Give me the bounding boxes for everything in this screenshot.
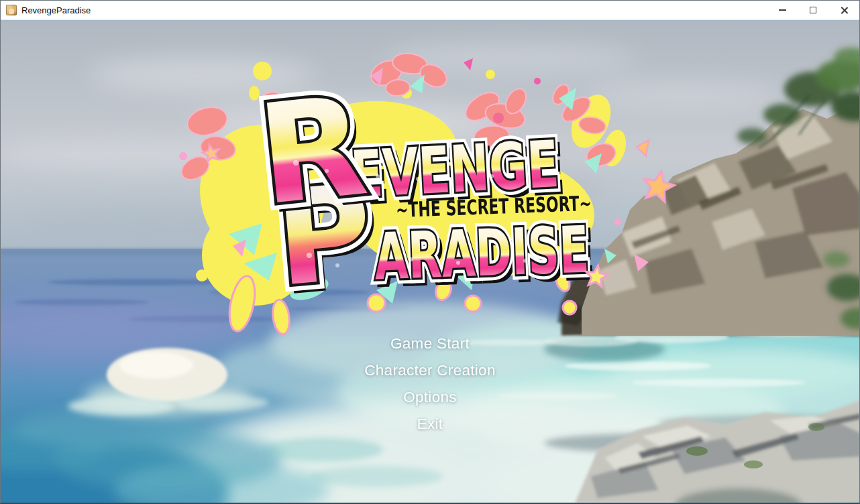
menu-item-exit[interactable]: Exit <box>1 411 859 438</box>
logo-word-revenge: EVENGE EVENGE EVENGE <box>349 127 565 218</box>
logo-word-paradise: ARADISE ARADISE ARADISE <box>373 212 594 300</box>
cliff-foliage <box>737 48 859 329</box>
app-icon <box>6 5 17 15</box>
svg-text:P: P <box>270 155 378 316</box>
close-button[interactable] <box>828 1 859 19</box>
logo-sparkles <box>293 160 527 267</box>
svg-text:EVENGE: EVENGE <box>349 127 560 212</box>
svg-text:P: P <box>270 155 378 316</box>
logo-letter-p: P P P <box>270 155 384 322</box>
window-title: RevengeParadise <box>21 5 91 15</box>
svg-text:R: R <box>252 66 374 235</box>
menu-item-character-creation[interactable]: Character Creation <box>1 357 859 384</box>
maximize-icon <box>810 7 816 13</box>
game-window: RevengeParadise <box>0 0 860 504</box>
svg-text:EVENGE: EVENGE <box>354 132 565 218</box>
maximize-button[interactable] <box>798 1 828 19</box>
coral-splash <box>177 52 619 184</box>
svg-text:R: R <box>252 66 374 235</box>
logo-letter-r: R R R <box>252 66 379 242</box>
main-menu: Game Start Character Creation Options Ex… <box>1 330 859 438</box>
minimize-button[interactable] <box>767 1 798 19</box>
svg-text:~THE SECRET RESORT~: ~THE SECRET RESORT~ <box>395 191 592 222</box>
svg-text:ARADISE: ARADISE <box>373 212 590 294</box>
logo-splash <box>177 52 649 336</box>
menu-item-game-start[interactable]: Game Start <box>1 330 859 357</box>
svg-text:EVENGE: EVENGE <box>349 127 560 212</box>
svg-text:P: P <box>275 162 384 322</box>
svg-text:R: R <box>257 72 379 241</box>
minimize-icon <box>779 9 786 11</box>
window-controls <box>767 1 859 19</box>
logo-subtitle: ~THE SECRET RESORT~ <box>395 191 592 222</box>
mint-shards <box>229 74 616 304</box>
svg-text:ARADISE: ARADISE <box>377 217 594 300</box>
game-viewport: EVENGE EVENGE EVENGE ~THE SECRET RESORT~… <box>1 21 859 503</box>
close-icon <box>840 6 849 15</box>
svg-text:ARADISE: ARADISE <box>373 212 590 294</box>
star-icons <box>201 143 676 288</box>
pink-shards <box>179 68 649 271</box>
cliff <box>582 48 859 336</box>
title-bar[interactable]: RevengeParadise <box>1 1 859 20</box>
game-logo: EVENGE EVENGE EVENGE ~THE SECRET RESORT~… <box>175 54 685 336</box>
menu-item-options[interactable]: Options <box>1 384 859 411</box>
